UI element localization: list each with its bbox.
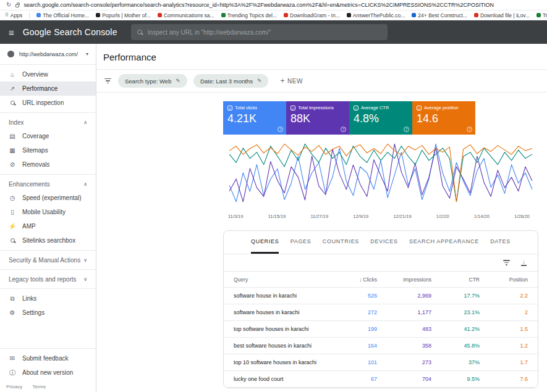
- sidebar-item-label: Performance: [22, 85, 57, 92]
- sidebar-section-index[interactable]: Index∧: [0, 115, 96, 129]
- x-axis-label: 1/26/20: [514, 214, 530, 219]
- col-header-position[interactable]: Position: [480, 277, 528, 283]
- sidebar-item-sitelinks-searchbox[interactable]: Sitelinks searchbox: [0, 233, 96, 248]
- edit-icon: ✎: [176, 78, 180, 84]
- help-icon[interactable]: ?: [278, 127, 283, 132]
- url-inspect-input[interactable]: [148, 29, 381, 36]
- col-header-impressions[interactable]: Impressions: [377, 277, 431, 283]
- sidebar-section-security-manual-actions[interactable]: Security & Manual Actions∨: [0, 253, 96, 267]
- checkbox-checked-icon[interactable]: ✓: [290, 106, 295, 111]
- new-filter-button[interactable]: + NEW: [280, 78, 302, 85]
- checkbox-checked-icon[interactable]: ✓: [227, 106, 232, 111]
- sidebar-item-performance[interactable]: ↗Performance: [0, 81, 96, 96]
- magnifier-glyph: [11, 101, 15, 105]
- filter-chip-date-last-3-months[interactable]: Date: Last 3 months✎: [193, 74, 269, 88]
- cell-position: 1.5: [480, 326, 528, 332]
- sidebar-item-links[interactable]: ⧉Links: [0, 291, 96, 306]
- bookmark-popurls-mother-of[interactable]: Popurls | Mother of...: [96, 12, 151, 19]
- sidebar-section-legacy-tools-and-reports[interactable]: Legacy tools and reports∨: [0, 272, 96, 286]
- cell-ctr: 37%: [431, 359, 480, 365]
- privacy-link[interactable]: Privacy: [6, 384, 22, 390]
- metric-card-value: 4.21K: [227, 112, 282, 125]
- sidebar-item-label: Links: [22, 295, 36, 302]
- help-icon[interactable]: ?: [341, 127, 346, 132]
- report-content: ✓Total clicks4.21K?✓Total impressions88K…: [96, 93, 547, 388]
- terms-link[interactable]: Terms: [32, 384, 46, 390]
- sidebar-item-sitemaps[interactable]: ▦Sitemaps: [0, 143, 96, 157]
- speed-icon: ◷: [9, 194, 16, 201]
- metric-card-average-position[interactable]: ✓Average position14.6?: [412, 101, 475, 135]
- tab-queries[interactable]: QUERIES: [251, 231, 279, 254]
- sidebar-divider: [0, 250, 96, 251]
- sidebar-item-mobile-usability[interactable]: ▯Mobile Usability: [0, 205, 96, 219]
- performance-icon: ↗: [9, 85, 16, 92]
- sidebar-item-about-new-version[interactable]: ⓘAbout new version: [0, 365, 96, 380]
- sidebar-item-submit-feedback[interactable]: ✉Submit feedback: [0, 351, 96, 365]
- filter-chip-label: Date: Last 3 months: [200, 78, 253, 85]
- metric-card-total-clicks[interactable]: ✓Total clicks4.21K?: [223, 101, 286, 135]
- bookmark-trending-topics-del[interactable]: Trending Topics del...: [536, 12, 547, 19]
- help-icon[interactable]: ?: [404, 127, 409, 132]
- cell-query: top software houses in karachi: [234, 326, 329, 332]
- url-inspect-searchbox[interactable]: [131, 24, 388, 40]
- sidebar-item-url-inspection[interactable]: URL inspection: [0, 96, 96, 110]
- sidebar-item-removals[interactable]: ⊘Removals: [0, 157, 96, 172]
- col-header-ctr[interactable]: CTR: [431, 277, 480, 283]
- table-row[interactable]: top software houses in karachi19948341.2…: [224, 321, 538, 338]
- sidebar-item-label: Sitelinks searchbox: [22, 237, 75, 244]
- cell-ctr: 17.7%: [431, 293, 480, 299]
- filter-line-bar: [506, 264, 507, 265]
- lock-icon[interactable]: [15, 4, 19, 7]
- table-filter-icon[interactable]: [503, 260, 510, 265]
- reload-icon[interactable]: ↻: [6, 2, 11, 8]
- property-selector[interactable]: http://webdarwaza.com/ ▾: [0, 44, 96, 65]
- tab-search-appearance[interactable]: SEARCH APPEARANCE: [409, 231, 479, 254]
- bookmark-24-best-construct[interactable]: 24+ Best Construct...: [412, 12, 467, 19]
- sidebar-item-speed-experimental[interactable]: ◷Speed (experimental): [0, 191, 96, 205]
- bookmark-the-official-home[interactable]: The Official Home...: [36, 12, 89, 19]
- table-row[interactable]: software houses in karachi2721,17723.1%2: [224, 304, 538, 321]
- metric-card-total-impressions[interactable]: ✓Total impressions88K?: [286, 101, 349, 135]
- table-row[interactable]: top 10 software houses in karachi1012733…: [224, 354, 538, 371]
- checkbox-checked-icon[interactable]: ✓: [417, 106, 422, 111]
- bookmark-trending-topics-del[interactable]: Trending Topics del...: [221, 12, 277, 19]
- sidebar-section-enhancements[interactable]: Enhancements∧: [0, 177, 96, 191]
- help-icon[interactable]: ?: [467, 127, 472, 132]
- bookmark-answerthepublic-co[interactable]: AnswerThePublic.co...: [347, 12, 405, 19]
- cell-impressions: 273: [377, 359, 431, 365]
- cell-ctr: 23.1%: [431, 309, 480, 315]
- checkbox-checked-icon[interactable]: ✓: [354, 106, 358, 111]
- metric-card-label: Total clicks: [235, 105, 257, 111]
- tab-devices[interactable]: DEVICES: [370, 231, 397, 254]
- col-header-clicks[interactable]: ↓Clicks: [329, 277, 377, 283]
- sidebar-item-coverage[interactable]: ▤Coverage: [0, 129, 96, 143]
- filter-chip-search-type-web[interactable]: Search type: Web✎: [118, 74, 187, 88]
- bookmark-apps[interactable]: ⠿Apps: [5, 12, 22, 19]
- download-icon[interactable]: ↓: [521, 259, 527, 266]
- table-row[interactable]: best software houses in karachi16435845.…: [224, 338, 538, 354]
- tab-dates[interactable]: DATES: [490, 231, 511, 254]
- bookmark-download-file-ilov[interactable]: Download file | iLov...: [474, 12, 530, 19]
- metric-card-average-ctr[interactable]: ✓Average CTR4.8%?: [349, 101, 412, 135]
- filter-line-bar: [504, 262, 509, 264]
- bookmark-downloadgram-in[interactable]: DownloadGram - In...: [284, 12, 340, 19]
- cell-clicks: 526: [329, 293, 377, 299]
- bookmark-label: Apps: [11, 12, 22, 19]
- section-label: Enhancements: [9, 181, 50, 188]
- sidebar-item-overview[interactable]: ⌂Overview: [0, 67, 96, 81]
- sidebar-item-settings[interactable]: ⚙Settings: [0, 306, 96, 320]
- app-body: http://webdarwaza.com/ ▾ ⌂Overview↗Perfo…: [0, 44, 547, 392]
- menu-icon[interactable]: ≡: [9, 27, 14, 38]
- sidebar-item-label: About new version: [22, 369, 73, 376]
- removals-icon: ⊘: [9, 161, 16, 168]
- url-text[interactable]: search.google.com/search-console/perform…: [23, 2, 541, 8]
- table-row[interactable]: lucky one food court677049.5%7.6: [224, 371, 538, 388]
- bookmark-communications-sa[interactable]: Communications sa...: [158, 12, 214, 19]
- col-header-query[interactable]: Query: [234, 277, 329, 283]
- sidebar-item-label: Speed (experimental): [22, 194, 82, 201]
- sidebar-item-amp[interactable]: ⚡AMP: [0, 219, 96, 233]
- table-row[interactable]: software house in karachi5262,96917.7%2.…: [224, 288, 538, 304]
- tab-countries[interactable]: COUNTRIES: [323, 231, 359, 254]
- cell-query: lucky one food court: [234, 376, 329, 382]
- tab-pages[interactable]: PAGES: [290, 231, 312, 254]
